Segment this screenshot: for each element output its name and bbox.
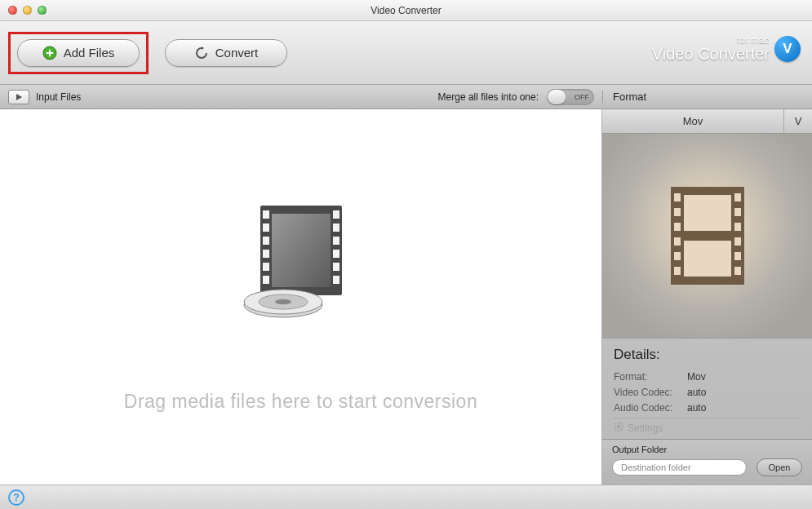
svg-rect-9	[263, 263, 269, 271]
format-panel: Mov V Details: Format: Mov Video Codec:	[602, 109, 812, 485]
svg-rect-4	[272, 214, 331, 287]
svg-point-36	[617, 425, 620, 428]
svg-line-41	[615, 423, 617, 425]
window-title: Video Converter	[0, 5, 812, 16]
detail-audio-codec: Audio Codec: auto	[614, 402, 801, 414]
svg-rect-13	[333, 237, 339, 245]
titlebar: Video Converter	[0, 0, 812, 21]
format-tabs: Mov V	[602, 109, 812, 134]
svg-line-44	[621, 423, 623, 425]
detail-video-codec-value: auto	[687, 387, 706, 398]
body: Drag media files here to start conversio…	[0, 109, 812, 485]
input-files-label: Input Files	[36, 91, 81, 103]
branding: for mac Video Converter V	[652, 36, 801, 63]
help-icon: ?	[13, 491, 20, 503]
svg-rect-29	[674, 267, 681, 275]
svg-rect-15	[333, 263, 339, 271]
format-tab-v[interactable]: V	[784, 109, 812, 133]
svg-rect-25	[674, 208, 681, 216]
close-window-button[interactable]	[8, 6, 17, 15]
convert-button[interactable]: Convert	[165, 39, 287, 67]
svg-rect-2	[46, 52, 53, 54]
detail-video-codec: Video Codec: auto	[614, 387, 801, 398]
svg-rect-24	[674, 193, 681, 201]
svg-rect-7	[263, 237, 269, 245]
window-controls	[8, 6, 47, 15]
input-files-chip[interactable]	[8, 90, 29, 104]
play-icon	[15, 93, 23, 101]
svg-rect-8	[263, 250, 269, 258]
format-preview	[602, 134, 812, 338]
details-heading: Details:	[614, 347, 801, 363]
branding-title: Video Converter	[652, 46, 770, 63]
destination-folder-field[interactable]: Destination folder	[612, 459, 747, 476]
add-files-highlight: Add Files	[8, 32, 149, 74]
svg-rect-14	[333, 250, 339, 258]
svg-rect-35	[734, 267, 741, 275]
svg-rect-6	[263, 224, 269, 232]
drop-zone[interactable]: Drag media files here to start conversio…	[0, 109, 602, 485]
svg-rect-27	[674, 237, 681, 246]
svg-rect-32	[734, 223, 741, 231]
svg-rect-23	[684, 241, 731, 277]
output-folder-label: Output Folder	[612, 445, 802, 454]
svg-rect-31	[734, 208, 741, 216]
svg-rect-28	[674, 252, 681, 260]
minimize-window-button[interactable]	[23, 6, 32, 15]
svg-rect-30	[734, 193, 741, 201]
merge-toggle[interactable]: OFF	[547, 89, 594, 105]
add-files-button[interactable]: Add Files	[17, 39, 140, 67]
svg-line-42	[621, 429, 623, 431]
help-button[interactable]: ?	[8, 489, 24, 506]
merge-toggle-state: OFF	[575, 93, 589, 101]
detail-format-value: Mov	[687, 371, 706, 383]
plus-icon	[42, 46, 57, 60]
destination-placeholder: Destination folder	[621, 463, 691, 472]
merge-label: Merge all files into one:	[438, 91, 539, 103]
svg-rect-12	[333, 224, 339, 232]
output-section: Output Folder Destination folder Open	[602, 439, 812, 485]
svg-rect-5	[263, 210, 269, 219]
svg-rect-26	[674, 223, 681, 231]
sub-toolbar: Input Files Merge all files into one: OF…	[0, 85, 812, 109]
filmstrip-icon	[671, 187, 744, 285]
refresh-icon	[194, 46, 209, 60]
convert-label: Convert	[215, 46, 259, 60]
svg-rect-33	[734, 237, 741, 246]
detail-audio-codec-label: Audio Codec:	[614, 402, 682, 414]
svg-rect-10	[263, 276, 269, 284]
gear-icon	[614, 422, 623, 434]
drop-hint-text: Drag media files here to start conversio…	[124, 391, 477, 413]
film-illustration-icon	[236, 201, 366, 334]
settings-label: Settings	[628, 423, 663, 434]
footer: ?	[0, 485, 812, 509]
toggle-knob	[548, 90, 566, 104]
svg-line-43	[615, 429, 617, 431]
svg-rect-11	[333, 210, 339, 219]
zoom-window-button[interactable]	[38, 6, 47, 15]
svg-point-20	[275, 299, 291, 304]
open-label: Open	[769, 463, 791, 472]
main-toolbar: Add Files Convert for mac Video Converte…	[0, 21, 812, 85]
detail-audio-codec-value: auto	[687, 402, 706, 414]
detail-video-codec-label: Video Codec:	[614, 387, 682, 398]
detail-format: Format: Mov	[614, 371, 801, 383]
format-tab-mov[interactable]: Mov	[602, 109, 784, 133]
branding-subtitle: for mac	[652, 36, 770, 46]
format-section-label: Format	[613, 91, 646, 103]
add-files-label: Add Files	[64, 46, 115, 60]
details-section: Details: Format: Mov Video Codec: auto A…	[602, 338, 812, 439]
svg-rect-22	[684, 195, 731, 231]
svg-rect-16	[333, 276, 339, 284]
logo-icon: V	[774, 36, 801, 62]
svg-rect-34	[734, 252, 741, 260]
settings-button[interactable]: Settings	[614, 418, 801, 434]
open-folder-button[interactable]: Open	[757, 458, 802, 476]
detail-format-label: Format:	[614, 371, 682, 383]
